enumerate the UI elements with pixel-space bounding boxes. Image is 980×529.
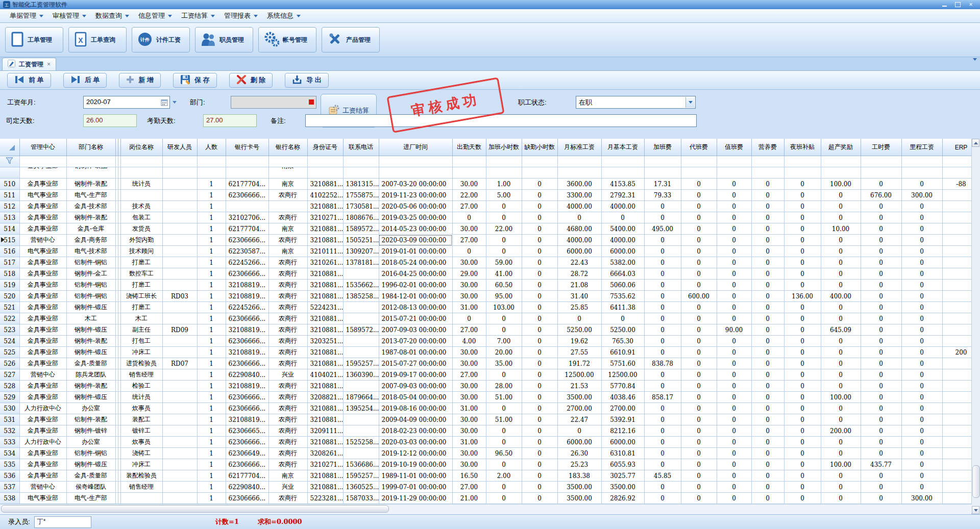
- cell[interactable]: 1395254...: [343, 403, 379, 414]
- cell[interactable]: 包装工: [120, 212, 162, 223]
- cell[interactable]: 金具事业部: [19, 470, 66, 482]
- cell[interactable]: 0: [644, 336, 681, 347]
- cell[interactable]: [162, 414, 197, 425]
- cell[interactable]: 农商行: [268, 257, 307, 268]
- cell[interactable]: 0: [861, 324, 901, 336]
- cell[interactable]: 0: [784, 369, 821, 381]
- cell[interactable]: 31.00: [452, 403, 486, 414]
- cell[interactable]: 0: [861, 381, 901, 392]
- cell[interactable]: 0: [861, 223, 901, 235]
- cell[interactable]: [343, 302, 379, 313]
- cell[interactable]: 0: [717, 179, 751, 190]
- cell[interactable]: 0: [681, 448, 717, 459]
- cell[interactable]: 0: [522, 470, 557, 482]
- cell[interactable]: 1730581...: [343, 201, 379, 212]
- cell[interactable]: 3210271...: [307, 212, 343, 223]
- cell[interactable]: 0: [717, 425, 751, 437]
- cell[interactable]: 农商行: [268, 336, 307, 347]
- cell[interactable]: 12500.00: [557, 369, 601, 381]
- cell[interactable]: 0: [901, 302, 942, 313]
- cell[interactable]: 2019-03-25 00:00:00: [379, 212, 452, 223]
- department-input[interactable]: [231, 96, 316, 109]
- cell[interactable]: 0: [751, 381, 784, 392]
- toolbar-button-计件工资[interactable]: 计件计件工资: [132, 27, 190, 53]
- cell[interactable]: 0: [644, 403, 681, 414]
- cell[interactable]: [942, 190, 972, 201]
- cell[interactable]: 金具事业部: [19, 212, 66, 223]
- cell[interactable]: 62177704...: [226, 179, 268, 190]
- cell[interactable]: 0: [644, 302, 681, 313]
- cell[interactable]: 0: [751, 358, 784, 369]
- cell[interactable]: 10.00: [821, 223, 861, 235]
- vertical-scroll-thumb[interactable]: [972, 465, 980, 498]
- cell[interactable]: 0: [751, 392, 784, 403]
- cell[interactable]: 2019-11-29 00:00:00: [379, 493, 452, 504]
- cell[interactable]: 3210881...: [307, 381, 343, 392]
- cell[interactable]: 0: [644, 324, 681, 336]
- cell[interactable]: 金具事业部: [19, 392, 66, 403]
- cell[interactable]: 0: [861, 347, 901, 358]
- cell[interactable]: 0: [901, 414, 942, 425]
- cell[interactable]: 5250.00: [601, 324, 644, 336]
- row-number-cell[interactable]: 520: [0, 291, 19, 302]
- cell[interactable]: 钢制件-锻压: [66, 324, 115, 336]
- cell[interactable]: 金具事业部: [19, 324, 66, 336]
- maximize-button[interactable]: [953, 2, 962, 8]
- cell[interactable]: 统计员: [120, 179, 162, 190]
- filter-cell[interactable]: [901, 156, 942, 167]
- cell[interactable]: 3500.00: [557, 392, 601, 403]
- cell[interactable]: 3210881...: [307, 414, 343, 425]
- cell[interactable]: 0: [717, 201, 751, 212]
- cell[interactable]: 79.33: [644, 190, 681, 201]
- column-header-岗位名称[interactable]: 岗位名称: [120, 139, 162, 156]
- cell[interactable]: 营销中心: [19, 235, 66, 246]
- cell[interactable]: 0: [751, 280, 784, 291]
- cell[interactable]: 0: [861, 212, 901, 223]
- cell[interactable]: 30.00: [452, 392, 486, 403]
- cell[interactable]: 0: [784, 201, 821, 212]
- column-header-人数[interactable]: 人数: [197, 139, 226, 156]
- filter-cell[interactable]: [784, 156, 821, 167]
- cell[interactable]: 冲床工: [120, 347, 162, 358]
- cell[interactable]: [942, 448, 972, 459]
- cell[interactable]: 0: [486, 313, 522, 324]
- cell[interactable]: 32108819...: [226, 347, 268, 358]
- cell[interactable]: 钢制件-锻压: [66, 302, 115, 313]
- cell[interactable]: 30.00: [452, 358, 486, 369]
- cell[interactable]: 1: [197, 313, 226, 324]
- cell[interactable]: 0: [522, 324, 557, 336]
- cell[interactable]: [942, 212, 972, 223]
- cell[interactable]: 电气事业部: [19, 190, 66, 201]
- cell[interactable]: 3209111...: [307, 425, 343, 437]
- cell[interactable]: 16.50: [452, 470, 486, 482]
- cell[interactable]: 0: [861, 257, 901, 268]
- cell[interactable]: 1987-08-01 00:00:00: [379, 347, 452, 358]
- cell[interactable]: 0: [901, 448, 942, 459]
- cell[interactable]: 0: [901, 246, 942, 257]
- cell[interactable]: 45.85: [644, 470, 681, 482]
- cell[interactable]: 8212.16: [601, 425, 644, 437]
- cell[interactable]: 0: [644, 459, 681, 470]
- cell[interactable]: 0: [821, 381, 861, 392]
- filter-cell[interactable]: [120, 156, 162, 167]
- cell[interactable]: 0: [717, 212, 751, 223]
- cell[interactable]: 6411.38: [601, 302, 644, 313]
- cell[interactable]: 0: [522, 459, 557, 470]
- cell[interactable]: 0: [717, 482, 751, 493]
- cell[interactable]: [942, 482, 972, 493]
- cell[interactable]: 铝制件-铜铝: [66, 280, 115, 291]
- row-number-cell[interactable]: 538: [0, 493, 19, 504]
- cell[interactable]: 0: [522, 493, 557, 504]
- filter-cell[interactable]: [486, 156, 522, 167]
- cell[interactable]: 2020-05-06 00:00:00: [379, 201, 452, 212]
- cell[interactable]: [942, 291, 972, 302]
- cell[interactable]: 27.55: [557, 347, 601, 358]
- column-header-工时费[interactable]: 工时费: [861, 139, 901, 156]
- cell[interactable]: 35.00: [486, 358, 522, 369]
- cell[interactable]: 0: [821, 358, 861, 369]
- cell[interactable]: 12500.00: [601, 369, 644, 381]
- cell[interactable]: 0: [717, 381, 751, 392]
- column-header-超产奖励[interactable]: 超产奖励: [821, 139, 861, 156]
- cell[interactable]: 0: [644, 482, 681, 493]
- cell[interactable]: 5392.91: [601, 414, 644, 425]
